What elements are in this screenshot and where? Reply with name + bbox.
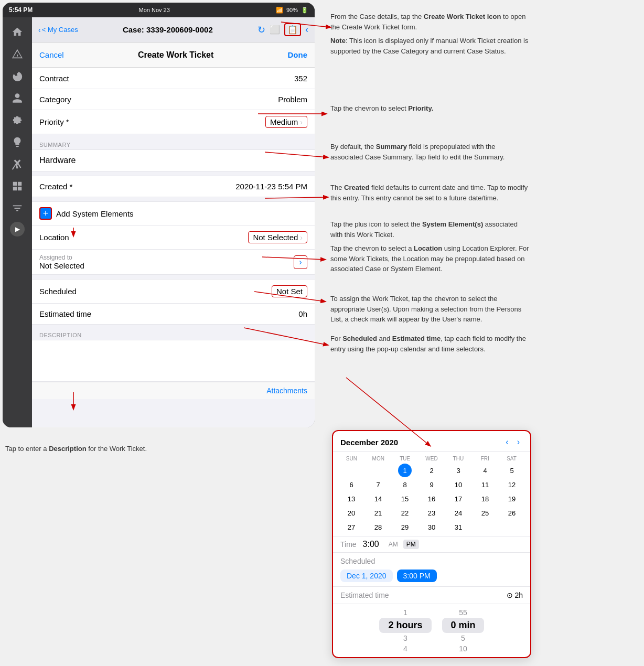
category-value: Problem [278, 95, 307, 104]
modal-title: Create Work Ticket [64, 50, 288, 60]
created-row[interactable]: Created * 2020-11-23 5:54 PM [32, 176, 315, 197]
description-section-header: DESCRIPTION [32, 329, 315, 340]
scheduled-value-box[interactable]: Not Set [272, 285, 307, 297]
calendar-day-16[interactable]: 16 [418, 492, 445, 506]
cancel-button[interactable]: Cancel [39, 50, 64, 59]
priority-row[interactable]: Priority * Medium › [32, 110, 315, 134]
hours-current[interactable]: 2 hours [379, 618, 432, 633]
refresh-icon[interactable]: ↻ [257, 24, 265, 36]
sidebar-icon-home[interactable] [7, 22, 28, 42]
next-month-button[interactable]: › [514, 436, 523, 448]
annotation-5: The Created field defaults to current da… [330, 182, 530, 203]
calendar-day-31[interactable]: 31 [445, 520, 471, 534]
pm-button[interactable]: PM [403, 540, 419, 549]
calendar-day-9[interactable]: 9 [418, 478, 445, 491]
back-button[interactable]: ‹ < My Cases [38, 26, 78, 34]
calendar-day-7[interactable]: 7 [365, 478, 391, 491]
prev-month-button[interactable]: ‹ [502, 436, 511, 448]
calendar-popup: December 2020 ‹ › SUN MON TUE WED THU FR… [332, 430, 531, 658]
attachments-bar: Attachments [32, 382, 315, 399]
calendar-day-22[interactable]: 22 [392, 506, 418, 520]
add-elements-button[interactable]: + [39, 207, 52, 220]
calendar-days-header: SUN MON TUE WED THU FRI SAT [338, 454, 525, 464]
summary-field[interactable]: Hardware [32, 149, 315, 171]
nav-actions: ↻ ⬜ 📋 ‹ [257, 23, 308, 36]
battery-icon: 🔋 [301, 7, 308, 14]
assigned-row[interactable]: Assigned to Not Selected › [32, 250, 315, 275]
more-icon[interactable]: ‹ [305, 24, 308, 35]
add-elements-row[interactable]: + Add System Elements [32, 201, 315, 225]
calendar-day-29[interactable]: 29 [392, 520, 418, 534]
calendar-day-28[interactable]: 28 [365, 520, 391, 534]
calendar-grid: SUN MON TUE WED THU FRI SAT 1 2 3 4 5 6 … [333, 452, 530, 536]
calendar-day-11[interactable]: 11 [472, 478, 498, 491]
calendar-day-24[interactable]: 24 [445, 506, 471, 520]
calendar-day-1[interactable]: 1 [398, 464, 412, 477]
priority-chevron-icon: › [300, 118, 303, 126]
priority-value-box[interactable]: Medium › [265, 116, 307, 128]
assigned-label: Assigned to [39, 254, 289, 261]
navigation-bar: ‹ < My Cases Case: 3339-200609-0002 ↻ ⬜ … [32, 17, 315, 42]
calendar-day-15[interactable]: 15 [392, 492, 418, 506]
calendar-day-30[interactable]: 30 [418, 520, 445, 534]
done-button[interactable]: Done [288, 50, 308, 59]
calendar-day-6[interactable]: 6 [338, 478, 364, 491]
annotation-1: From the Case details, tap the Create Wo… [330, 12, 530, 32]
attachments-button[interactable]: Attachments [266, 386, 307, 395]
ampm-selector: AM PM [385, 540, 419, 549]
calendar-day-23[interactable]: 23 [418, 506, 445, 520]
sidebar-expand[interactable]: ▶ [10, 222, 25, 237]
camera-icon[interactable]: ⬜ [270, 25, 280, 35]
estimated-section: Estimated time ⊙ 2h [333, 586, 530, 604]
contract-label: Contract [39, 74, 294, 83]
calendar-day-13[interactable]: 13 [338, 492, 364, 506]
calendar-day-19[interactable]: 19 [499, 492, 525, 506]
time-label: Time [340, 540, 357, 549]
calendar-day-25[interactable]: 25 [472, 506, 498, 520]
sidebar-icon-person[interactable] [7, 88, 28, 109]
calendar-day-2[interactable]: 2 [418, 464, 445, 477]
calendar-day-10[interactable]: 10 [445, 478, 471, 491]
scheduled-value: Not Set [276, 287, 303, 296]
calendar-day-20[interactable]: 20 [338, 506, 364, 520]
calendar-day-5[interactable]: 5 [499, 464, 525, 477]
scheduled-row[interactable]: Scheduled Not Set [32, 279, 315, 304]
calendar-day-14[interactable]: 14 [365, 492, 391, 506]
scheduled-time-pill[interactable]: 3:00 PM [397, 570, 437, 582]
sidebar-icon-wrench[interactable] [7, 66, 28, 87]
minutes-column: 55 0 min 5 10 [442, 607, 484, 654]
calendar-day-12[interactable]: 12 [499, 478, 525, 491]
calendar-day-4[interactable]: 4 [472, 464, 498, 477]
calendar-day-3[interactable]: 3 [445, 464, 471, 477]
contract-row[interactable]: Contract 352 [32, 68, 315, 89]
location-value-box[interactable]: Not Selected › [248, 231, 307, 243]
calendar-day-21[interactable]: 21 [365, 506, 391, 520]
mins-current[interactable]: 0 min [442, 618, 484, 633]
calendar-day-26[interactable]: 26 [499, 506, 525, 520]
assigned-chevron-box[interactable]: › [294, 255, 307, 269]
create-ticket-button[interactable]: 📋 [284, 23, 301, 36]
description-area[interactable] [32, 340, 315, 382]
calendar-day-17[interactable]: 17 [445, 492, 471, 506]
calendar-day-27[interactable]: 27 [338, 520, 364, 534]
am-button[interactable]: AM [385, 540, 401, 549]
time-value[interactable]: 3:00 [363, 540, 379, 549]
sidebar-icon-grid[interactable] [7, 176, 28, 197]
estimated-row[interactable]: Estimated time 0h [32, 304, 315, 325]
scheduled-section: Scheduled Dec 1, 2020 3:00 PM [333, 552, 530, 586]
annotation-10: Tap to enter a Description for the Work … [5, 444, 184, 454]
location-row[interactable]: Location Not Selected › [32, 225, 315, 250]
sidebar-icon-filter[interactable] [7, 198, 28, 219]
battery-level: 90% [286, 7, 298, 13]
sidebar-icon-alert[interactable] [7, 44, 28, 65]
modal-header: Cancel Create Work Ticket Done [32, 42, 315, 68]
sidebar-icon-lightbulb[interactable] [7, 132, 28, 153]
scheduled-date-pill[interactable]: Dec 1, 2020 [340, 570, 393, 582]
status-right: 📶 90% 🔋 [276, 7, 308, 14]
calendar-day-18[interactable]: 18 [472, 492, 498, 506]
calendar-day-8[interactable]: 8 [392, 478, 418, 491]
sidebar-icon-gear[interactable] [7, 110, 28, 131]
sidebar-icon-scissors[interactable] [7, 154, 28, 175]
page-title: Case: 3339-200609-0002 [82, 25, 253, 34]
category-row[interactable]: Category Problem [32, 89, 315, 110]
